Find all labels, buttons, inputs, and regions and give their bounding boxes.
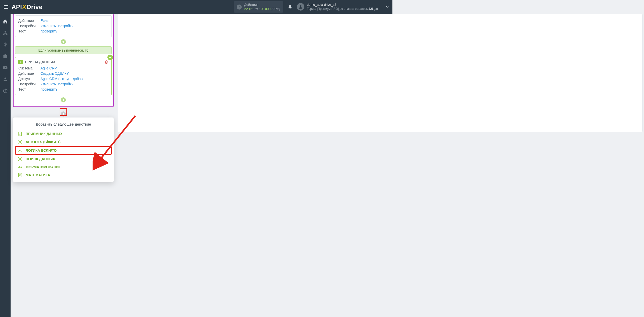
rc-r4-lbl: Настройки [18,82,41,87]
home-icon[interactable] [3,19,8,24]
user-name: demo_apix-drive_s3 [307,3,378,7]
menu-item-ai[interactable]: AI TOOLS (ChatGPT) [16,138,111,146]
if-r2-lbl: Настройки [18,23,41,29]
svg-point-14 [20,141,21,143]
text-icon: Aa [18,165,23,170]
rc-r4-val[interactable]: изменить настройки [41,82,73,87]
svg-point-10 [5,77,6,79]
youtube-icon[interactable] [3,65,8,70]
svg-rect-7 [4,55,7,58]
menu-item-search[interactable]: ПОИСК ДАННЫХ [16,155,111,163]
svg-text:Aa: Aa [18,166,22,169]
detail-column [116,14,392,194]
logo-text-2: Drive [27,4,43,11]
logic-block-frame: ДействиеЕсли Настройкиизменить настройки… [13,14,114,107]
actions-used: 22'121 [244,7,254,11]
menu-item-ai-label: AI TOOLS (ChatGPT) [26,140,61,144]
actions-sep: из [254,7,259,11]
svg-point-3 [300,5,302,7]
sitemap-icon[interactable] [3,30,8,35]
menu-item-receiver[interactable]: ПРИЕМНИК ДАННЫХ [16,130,111,138]
logo[interactable]: APIXDrive [12,4,43,11]
rc-r2-val[interactable]: Создать СДЕЛКУ [41,71,69,76]
rc-r1-val[interactable]: Agile CRM [41,66,57,71]
help-icon[interactable] [3,88,8,93]
svg-rect-17 [18,173,22,177]
receiver-card: 1 ПРИЕМ ДАННЫХ СистемаAgile CRM Действие… [15,57,112,95]
menu-item-format[interactable]: Aa ФОРМАТИРОВАНИЕ [16,163,111,171]
popup-title: Добавить следующее действие [16,122,111,126]
if-r3-lbl: Тест [18,29,41,34]
if-r1-lbl: Действие [18,18,41,23]
if-r1-val[interactable]: Если [41,18,49,23]
menu-item-logic-label: ЛОГИКА ЕСЛИ/ТО [26,148,57,152]
logo-text-1: API [12,4,22,11]
menu-item-logic[interactable]: ЛОГИКА ЕСЛИ/ТО [16,146,111,154]
menu-item-receiver-label: ПРИЕМНИК ДАННЫХ [26,132,62,136]
if-r2-val[interactable]: изменить настройки [41,23,73,29]
trash-icon[interactable] [104,60,108,64]
menu-item-math[interactable]: МАТЕМАТИКА [16,171,111,179]
rc-r5-lbl: Тест [18,87,41,92]
actions-label: Действия: [244,3,280,7]
chevron-down-icon[interactable] [385,5,389,9]
rc-r3-lbl: Доступ [18,76,41,82]
actions-pct: (22%) [271,7,280,11]
menu-item-math-label: МАТЕМАТИКА [26,173,50,177]
step-number-badge: 1 [18,60,23,64]
rc-r3-val[interactable]: Agile CRM (аккаунт добав [41,76,83,82]
if-card: ДействиеЕсли Настройкиизменить настройки… [15,15,112,37]
add-action-popup: Добавить следующее действие ПРИЕМНИК ДАН… [13,117,114,182]
dollar-icon[interactable] [3,42,8,47]
user-text: demo_apix-drive_s3 Тариф |Премиум PRO| д… [307,3,378,11]
main-area: ДействиеЕсли Настройкиизменить настройки… [11,14,392,194]
user-icon[interactable] [3,77,8,82]
info-icon: i [237,5,242,10]
svg-rect-4 [5,31,6,32]
actions-counter[interactable]: i Действия: 22'121 из 100'000 (22%) [234,1,283,13]
add-step-button-1[interactable] [61,39,66,44]
menu-item-search-label: ПОИСК ДАННЫХ [26,157,55,161]
actions-text: Действия: 22'121 из 100'000 (22%) [244,3,280,11]
clipboard-icon [18,131,23,136]
briefcase-icon[interactable] [3,54,8,59]
gear-icon [18,139,23,144]
annotation-highlight-box-small [60,108,67,116]
svg-point-12 [5,92,5,92]
menu-item-format-label: ФОРМАТИРОВАНИЕ [26,165,61,169]
add-step-button-2[interactable] [61,97,66,102]
receiver-title: ПРИЕМ ДАННЫХ [25,60,55,64]
svg-rect-5 [3,34,5,35]
if-r3-val[interactable]: проверить [41,29,58,34]
rc-r2-lbl: Действие [18,71,41,76]
sidebar [0,14,11,194]
scan-icon [18,156,23,162]
rc-r1-lbl: Система [18,66,41,71]
workflow-column: ДействиеЕсли Настройкиизменить настройки… [11,14,116,194]
detail-panel [118,14,392,132]
tariff-line: Тариф |Премиум PRO| до оплаты осталось 3… [307,7,378,11]
svg-rect-6 [6,34,7,35]
hamburger-menu-button[interactable] [3,4,9,10]
svg-point-15 [20,158,21,160]
bell-icon[interactable] [288,5,292,9]
condition-true-bar: Если условие выполняется, то [15,46,112,54]
calculator-icon [18,173,23,178]
top-header: APIXDrive i Действия: 22'121 из 100'000 … [0,0,392,14]
avatar-icon [297,3,304,11]
branch-icon [18,148,23,153]
actions-total: 100'000 [259,7,271,11]
rc-r5-val[interactable]: проверить [41,87,58,92]
logo-x: X [22,4,27,11]
check-badge-icon [107,55,113,60]
add-action-below [12,109,115,118]
user-block[interactable]: demo_apix-drive_s3 Тариф |Премиум PRO| д… [297,3,389,11]
